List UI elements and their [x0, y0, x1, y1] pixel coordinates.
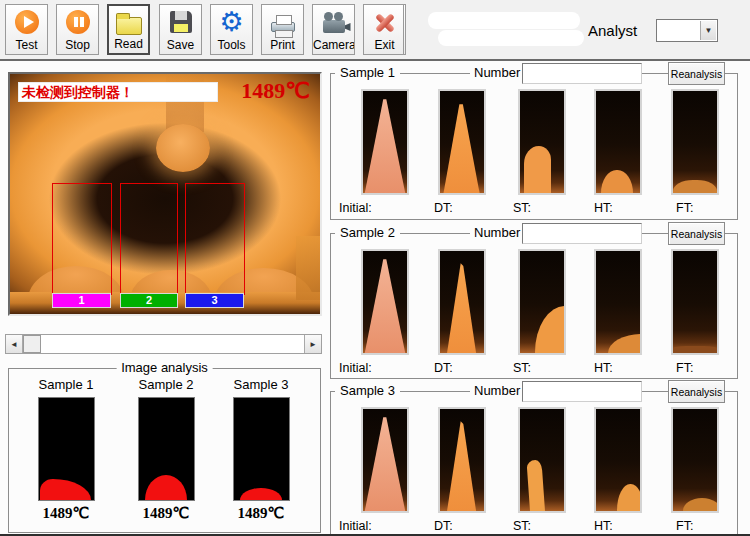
scroll-thumb[interactable] [23, 335, 41, 353]
stage-thumbnail-st [518, 249, 566, 355]
sample-thumbnail [233, 397, 290, 501]
stage-thumbnail-initial [361, 249, 409, 355]
horizontal-scrollbar[interactable]: ◄ ► [5, 334, 322, 354]
sample-name: Sample 2 [127, 377, 205, 392]
stage-label-st: ST: [513, 201, 531, 215]
test-button[interactable]: Test [5, 4, 48, 55]
stage-label-ht: HT: [594, 201, 613, 215]
redacted-area [438, 30, 584, 46]
sample-temperature: 1489℃ [27, 504, 105, 522]
number-input[interactable] [522, 381, 642, 402]
pause-icon [64, 8, 92, 36]
image-analysis-sample-3: Sample 3 1489℃ [222, 377, 300, 522]
open-folder-icon [115, 9, 143, 37]
analyst-label: Analyst [588, 22, 637, 39]
reanalysis-button[interactable]: Reanalysis [668, 222, 725, 245]
sample-thumbnail [138, 397, 195, 501]
reanalysis-button[interactable]: Reanalysis [668, 380, 725, 403]
tube-edge-glow [296, 236, 320, 300]
save-button-label: Save [160, 38, 201, 52]
stage-thumbnail-ft [671, 249, 719, 355]
print-button[interactable]: Print [261, 4, 304, 55]
roi-marker-3: 3 [185, 293, 244, 308]
exit-button[interactable]: Exit [363, 4, 406, 55]
stage-thumbnail-dt [438, 407, 486, 513]
printer-icon [269, 8, 297, 36]
test-button-label: Test [6, 38, 47, 52]
sample-panel-2: Sample 2 Number Reanalysis Initial: DT: … [330, 233, 738, 379]
scroll-left-button[interactable]: ◄ [6, 335, 23, 353]
stage-label-ht: HT: [594, 519, 613, 533]
image-analysis-title: Image analysis [116, 360, 213, 375]
stage-label-ht: HT: [594, 361, 613, 375]
exit-x-icon [371, 8, 399, 36]
read-button[interactable]: Read [107, 4, 150, 55]
controller-alert: 未检测到控制器！ [18, 82, 218, 102]
camera-button[interactable]: Camera [312, 4, 355, 55]
thermocouple-tip [156, 124, 210, 172]
roi-box-2[interactable] [120, 183, 178, 295]
stage-label-initial: Initial: [339, 201, 372, 215]
number-label: Number [470, 65, 524, 80]
stage-label-initial: Initial: [339, 361, 372, 375]
stop-button-label: Stop [57, 38, 98, 52]
furnace-image: 1 2 3 未检测到控制器！ 1489℃ [10, 74, 320, 314]
stop-button[interactable]: Stop [56, 4, 99, 55]
scroll-right-button[interactable]: ► [304, 335, 321, 353]
sample-panel-title: Sample 1 [335, 65, 400, 80]
sample-panel-title: Sample 3 [335, 383, 400, 398]
sample-panel-3: Sample 3 Number Reanalysis Initial: DT: … [330, 391, 738, 535]
toolbar-separator [403, 4, 404, 54]
stage-label-st: ST: [513, 519, 531, 533]
play-icon [13, 8, 41, 36]
roi-box-1[interactable] [52, 183, 112, 295]
tools-button-label: Tools [211, 38, 252, 52]
save-button[interactable]: Save [159, 4, 202, 55]
video-camera-icon [320, 8, 348, 36]
sample-temperature: 1489℃ [127, 504, 205, 522]
sample-name: Sample 3 [222, 377, 300, 392]
stage-label-dt: DT: [434, 361, 453, 375]
temperature-readout: 1489℃ [241, 78, 310, 104]
analyst-dropdown[interactable]: ▼ [656, 19, 718, 42]
stage-thumbnail-initial [361, 407, 409, 513]
camera-view: 1 2 3 未检测到控制器！ 1489℃ [8, 72, 322, 316]
roi-marker-1: 1 [52, 293, 111, 308]
stage-thumbnail-ft [671, 89, 719, 195]
stage-label-ft: FT: [676, 361, 693, 375]
reanalysis-button[interactable]: Reanalysis [668, 62, 725, 85]
stage-thumbnail-ht [594, 407, 642, 513]
roi-box-3[interactable] [185, 183, 245, 295]
stage-thumbnail-dt [438, 89, 486, 195]
stage-label-ft: FT: [676, 201, 693, 215]
read-button-label: Read [109, 37, 148, 51]
sample-thumbnail [38, 397, 95, 501]
dropdown-arrow-icon[interactable]: ▼ [700, 21, 716, 40]
number-label: Number [470, 383, 524, 398]
number-input[interactable] [522, 223, 642, 244]
sample-panel-title: Sample 2 [335, 225, 400, 240]
redacted-area [428, 12, 580, 29]
number-input[interactable] [522, 63, 642, 84]
gear-icon: ⚙ [218, 8, 246, 36]
stage-label-ft: FT: [676, 519, 693, 533]
image-analysis-panel: Image analysis Sample 1 1489℃ Sample 2 1… [8, 368, 321, 533]
image-analysis-sample-1: Sample 1 1489℃ [27, 377, 105, 522]
camera-button-label: Camera [313, 38, 354, 52]
stage-thumbnail-initial [361, 89, 409, 195]
stage-thumbnail-ft [671, 407, 719, 513]
sample-temperature: 1489℃ [222, 504, 300, 522]
print-button-label: Print [262, 38, 303, 52]
stage-label-dt: DT: [434, 201, 453, 215]
app-window: Test Stop Read Save ⚙ Tools Print Camera [0, 0, 750, 536]
exit-button-label: Exit [364, 38, 405, 52]
stage-thumbnail-ht [594, 249, 642, 355]
stage-label-st: ST: [513, 361, 531, 375]
stage-label-initial: Initial: [339, 519, 372, 533]
stage-thumbnail-ht [594, 89, 642, 195]
tools-button[interactable]: ⚙ Tools [210, 4, 253, 55]
floppy-disk-icon [167, 8, 195, 36]
number-label: Number [470, 225, 524, 240]
stage-thumbnail-dt [438, 249, 486, 355]
sample-name: Sample 1 [27, 377, 105, 392]
